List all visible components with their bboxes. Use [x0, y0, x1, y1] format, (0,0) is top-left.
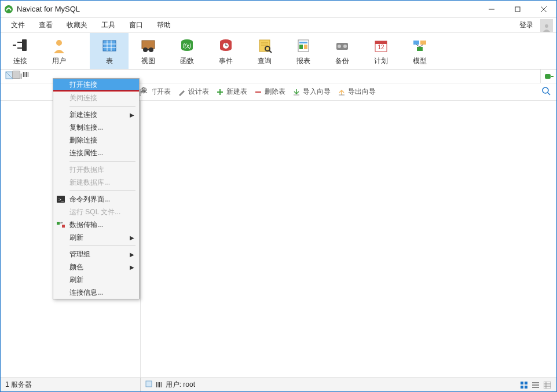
toolbar: 连接 用户 表 视图 f(x) 函数 事件 查询 报表 备份 12 计划 模型: [1, 33, 556, 69]
toolbar-label: 表: [106, 56, 113, 66]
import-wizard-button[interactable]: 导入向导: [292, 87, 331, 97]
ctx-new-database: 新建数据库...: [53, 176, 139, 189]
app-title: Navicat for MySQL: [17, 5, 80, 13]
view-grid-icon[interactable]: [519, 380, 529, 390]
svg-rect-63: [525, 382, 527, 384]
svg-line-43: [416, 45, 420, 47]
import-icon: [292, 88, 301, 96]
avatar[interactable]: [540, 19, 553, 32]
ctx-separator: [69, 246, 135, 246]
svg-point-5: [545, 24, 548, 28]
obj-label: 导出向导: [348, 87, 376, 97]
object-tab-partial: 象: [141, 83, 152, 97]
menu-file[interactable]: 文件: [4, 18, 32, 32]
svg-line-56: [548, 93, 550, 95]
view-detail-icon[interactable]: [543, 380, 552, 390]
ctx-delete-connection[interactable]: 删除连接: [53, 134, 139, 146]
ctx-open-connection[interactable]: 打开连接: [53, 79, 139, 91]
svg-rect-10: [103, 41, 116, 51]
svg-point-55: [543, 87, 548, 93]
svg-rect-62: [521, 382, 523, 384]
ctx-manage-group[interactable]: 管理组▶: [53, 248, 139, 261]
toolbar-connection[interactable]: 连接: [1, 33, 39, 69]
toolbar-backup[interactable]: 备份: [323, 33, 361, 69]
design-table-button[interactable]: 设计表: [178, 87, 209, 97]
toolbar-label: 事件: [219, 56, 233, 66]
menu-window[interactable]: 窗口: [122, 18, 150, 32]
toolbar-schedule[interactable]: 12 计划: [361, 33, 400, 69]
toolbar-model[interactable]: 模型: [400, 33, 439, 69]
delete-table-button[interactable]: 删除表: [254, 87, 285, 97]
menu-help[interactable]: 帮助: [150, 18, 178, 32]
ctx-refresh[interactable]: 刷新▶: [53, 231, 139, 244]
tree-connection[interactable]: llll: [8, 69, 34, 80]
minimize-button[interactable]: [478, 1, 504, 18]
ctx-console[interactable]: >_ 命令列界面...: [53, 193, 139, 206]
status-server-count: 1 服务器: [1, 378, 141, 391]
statusbar: 1 服务器 llll 用户: root: [1, 378, 556, 391]
toolbar-label: 查询: [258, 56, 272, 66]
ctx-new-connection[interactable]: 新建连接▶: [53, 108, 139, 121]
export-icon: [338, 88, 346, 96]
svg-point-36: [343, 45, 347, 48]
svg-rect-42: [417, 47, 423, 51]
ctx-refresh2[interactable]: 刷新: [53, 273, 139, 286]
maximize-button[interactable]: [504, 1, 530, 18]
obj-label: 导入向导: [303, 87, 331, 97]
chevron-right-icon: ▶: [130, 235, 134, 241]
user-icon: [50, 36, 68, 55]
svg-rect-7: [17, 42, 22, 43]
svg-rect-40: [413, 41, 419, 45]
toolbar-table[interactable]: 表: [90, 33, 129, 69]
ctx-data-transfer[interactable]: 数据传输...: [53, 218, 139, 231]
svg-rect-18: [146, 49, 150, 50]
toolbar-label: 模型: [413, 56, 427, 66]
toolbar-user[interactable]: 用户: [39, 33, 78, 69]
calendar-icon: 12: [372, 36, 390, 55]
path-extra-icon[interactable]: [540, 69, 556, 83]
toolbar-label: 计划: [374, 56, 388, 66]
svg-rect-2: [515, 7, 520, 12]
menu-tools[interactable]: 工具: [94, 18, 122, 32]
toolbar-label: 连接: [13, 56, 27, 66]
ctx-run-sql-file: 运行 SQL 文件...: [53, 206, 139, 218]
app-icon: [4, 5, 13, 14]
toolbar-event[interactable]: 事件: [206, 33, 245, 69]
svg-line-29: [269, 50, 272, 53]
ctx-color[interactable]: 颜色▶: [53, 261, 139, 273]
export-wizard-button[interactable]: 导出向导: [338, 87, 376, 97]
chevron-right-icon: ▶: [130, 264, 134, 270]
toolbar-query[interactable]: 查询: [245, 33, 284, 69]
view-list-icon[interactable]: [531, 380, 540, 390]
svg-rect-64: [521, 386, 523, 389]
view-icon: [140, 36, 157, 55]
content-area: [141, 101, 556, 389]
status-user: 用户: root: [166, 380, 195, 390]
obj-label: 打开表: [150, 87, 171, 97]
ctx-copy-connection[interactable]: 复制连接...: [53, 121, 139, 134]
svg-rect-31: [299, 42, 307, 43]
svg-point-0: [5, 5, 13, 13]
svg-point-9: [56, 40, 62, 46]
toolbar-label: 函数: [180, 56, 194, 66]
toolbar-view[interactable]: 视图: [129, 33, 167, 69]
search-icon[interactable]: [541, 86, 551, 97]
new-table-button[interactable]: 新建表: [216, 87, 247, 97]
svg-rect-25: [259, 40, 270, 52]
login-link[interactable]: 登录: [515, 18, 538, 32]
toolbar-label: 报表: [296, 56, 310, 66]
ctx-connection-properties[interactable]: 连接属性...: [53, 146, 139, 159]
svg-rect-60: [62, 225, 65, 228]
toolbar-report[interactable]: 报表: [284, 33, 323, 69]
ctx-close-connection: 关闭连接: [53, 91, 139, 104]
svg-text:>_: >_: [58, 197, 64, 202]
menu-favorites[interactable]: 收藏夹: [60, 18, 94, 32]
menu-view[interactable]: 查看: [32, 18, 60, 32]
function-icon: f(x): [178, 36, 196, 55]
ctx-connection-info[interactable]: 连接信息...: [53, 286, 139, 299]
close-button[interactable]: [530, 1, 556, 18]
svg-rect-15: [142, 41, 155, 49]
ctx-open-database: 打开数据库: [53, 163, 139, 176]
toolbar-function[interactable]: f(x) 函数: [167, 33, 206, 69]
status-connection-icon: [145, 380, 152, 389]
